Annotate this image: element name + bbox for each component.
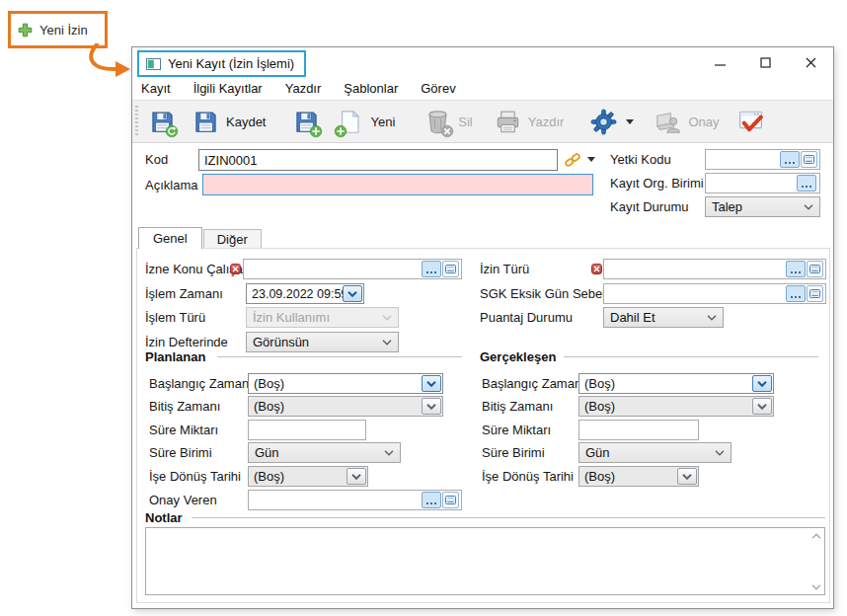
izne-konu-lookup[interactable] (243, 259, 462, 279)
gerceklesen-baslangic-picker[interactable]: (Boş) (578, 373, 774, 394)
gerceklesen-ise-donus-dropdown-button[interactable] (677, 468, 697, 485)
onay-veren-keyboard-button[interactable] (442, 492, 459, 508)
gerceklesen-ise-donus-label: İşe Dönüş Tarihi (482, 466, 574, 487)
planlanan-sure-birimi-combo[interactable]: Gün (248, 442, 401, 463)
izin-turu-browse-button[interactable] (786, 261, 806, 277)
gerceklesen-bitis-picker[interactable]: (Boş) (578, 396, 774, 417)
minimize-button[interactable] (697, 47, 742, 77)
gerceklesen-baslangic-label: Başlangıç Zamanı (482, 373, 585, 394)
delete-button[interactable]: Sil (424, 109, 472, 135)
chevron-down-icon (382, 315, 392, 321)
onay-veren-browse-button[interactable] (422, 492, 441, 508)
yetki-kodu-lookup[interactable] (705, 149, 820, 170)
chevron-down-icon (757, 381, 767, 387)
gerceklesen-bitis-label: Bitiş Zamanı (482, 396, 553, 417)
annotation-arrow-icon (85, 43, 136, 79)
title-highlight-box: Yeni Kayıt (İzin İşlemi) (137, 50, 306, 77)
izne-konu-input[interactable] (244, 261, 422, 277)
toolbar: Kaydet Yeni Sil Yaz (132, 100, 833, 143)
kayit-org-lookup[interactable] (705, 173, 820, 193)
keyboard-icon (445, 265, 456, 273)
menu-sablonlar[interactable]: Şablonlar (344, 81, 398, 96)
print-button[interactable]: Yazdır (495, 109, 565, 135)
save-refresh-button[interactable] (149, 109, 176, 135)
gerceklesen-sure-birimi-label: Süre Birimi (482, 442, 545, 463)
title-bar[interactable]: Yeni Kayıt (İzin İşlemi) (132, 47, 833, 77)
kayit-org-input[interactable] (706, 175, 797, 192)
onay-veren-lookup[interactable] (248, 490, 462, 510)
planlanan-ise-donus-picker[interactable]: (Boş) (248, 466, 368, 487)
sgk-keyboard-button[interactable] (807, 285, 823, 302)
chevron-down-icon (804, 204, 813, 210)
sgk-lookup[interactable] (603, 283, 826, 304)
tab-genel[interactable]: Genel (138, 227, 202, 249)
keyboard-icon (809, 289, 820, 298)
floppy-refresh-icon (149, 109, 176, 135)
settings-dropdown-button[interactable] (590, 109, 634, 135)
notlar-textarea[interactable] (145, 527, 825, 595)
planlanan-baslangic-dropdown-button[interactable] (422, 375, 441, 392)
menu-kayit[interactable]: Kayıt (141, 81, 171, 96)
new-button[interactable]: Yeni (337, 109, 395, 135)
onay-veren-input[interactable] (249, 492, 422, 508)
code-link-button[interactable] (565, 152, 580, 172)
gerceklesen-sure-miktari-input[interactable] (578, 420, 699, 440)
puantaj-combo[interactable]: Dahil Et (603, 307, 724, 328)
planlanan-bitis-dropdown-button[interactable] (422, 398, 441, 415)
izin-turu-lookup[interactable] (603, 259, 826, 279)
planlanan-bitis-label: Bitiş Zamanı (149, 396, 220, 417)
kayit-durumu-label: Kayıt Durumu (610, 196, 688, 217)
tab-diger[interactable]: Diğer (203, 229, 262, 249)
izne-konu-keyboard-button[interactable] (442, 261, 459, 277)
yetki-kodu-browse-button[interactable] (780, 151, 800, 168)
gerceklesen-ise-donus-picker[interactable]: (Boş) (578, 466, 699, 487)
yeni-kayit-window: Yeni Kayıt (İzin İşlemi) Kayıt İlgili Ka… (131, 46, 834, 609)
planlanan-bitis-picker[interactable]: (Boş) (248, 396, 443, 417)
kayit-org-browse-button[interactable] (797, 175, 816, 192)
chevron-down-icon (707, 315, 717, 321)
menu-yazdir[interactable]: Yazdır (285, 81, 322, 96)
islem-zamani-dropdown-button[interactable] (343, 285, 362, 302)
yetki-kodu-input[interactable] (706, 151, 780, 168)
save-button[interactable]: Kaydet (192, 109, 266, 135)
izin-defterinde-combo[interactable]: Görünsün (246, 332, 399, 352)
izin-turu-label: İzin Türü (480, 259, 529, 279)
scroll-down-icon[interactable] (811, 584, 821, 590)
chevron-down-icon (347, 291, 357, 297)
maximize-icon (760, 57, 771, 68)
scroll-up-icon[interactable] (811, 533, 821, 539)
maximize-button[interactable] (742, 47, 788, 77)
floppy-icon (192, 109, 219, 135)
planlanan-baslangic-picker[interactable]: (Boş) (248, 373, 443, 394)
izin-turu-input[interactable] (604, 261, 786, 277)
yetki-kodu-keyboard-button[interactable] (801, 151, 817, 168)
menu-gorev[interactable]: Görev (421, 81, 455, 96)
chevron-down-icon (426, 404, 436, 410)
chevron-down-icon (715, 450, 725, 456)
save-new-button[interactable] (293, 109, 320, 135)
sgk-browse-button[interactable] (786, 285, 806, 302)
toolbar-gripper[interactable] (135, 106, 138, 137)
menu-ilgili-kayitlar[interactable]: İlgili Kayıtlar (193, 81, 263, 96)
izne-konu-browse-button[interactable] (422, 261, 441, 277)
confirm-button[interactable] (736, 108, 765, 136)
kod-input[interactable] (198, 149, 558, 171)
gerceklesen-baslangic-dropdown-button[interactable] (752, 375, 772, 392)
aciklama-input[interactable] (202, 174, 593, 195)
gerceklesen-bitis-dropdown-button[interactable] (752, 398, 772, 415)
islem-zamani-picker[interactable]: 23.09.2022 09:59 (246, 283, 364, 304)
planlanan-sure-miktari-input[interactable] (248, 420, 366, 440)
sgk-input[interactable] (604, 285, 786, 302)
chain-link-icon (565, 152, 580, 168)
gerceklesen-sure-birimi-combo[interactable]: Gün (578, 442, 732, 463)
izin-turu-keyboard-button[interactable] (807, 261, 823, 277)
kayit-durumu-combo[interactable]: Talep (705, 196, 820, 217)
approve-button[interactable]: Onay (654, 109, 719, 135)
close-button[interactable] (788, 47, 833, 77)
tab-strip: Genel Diğer (138, 227, 262, 249)
chevron-down-icon (351, 474, 361, 480)
chevron-down-icon (382, 340, 392, 346)
planlanan-ise-donus-dropdown-button[interactable] (346, 468, 366, 485)
code-dropdown-caret[interactable] (587, 157, 595, 162)
planlanan-group-line (217, 356, 462, 357)
